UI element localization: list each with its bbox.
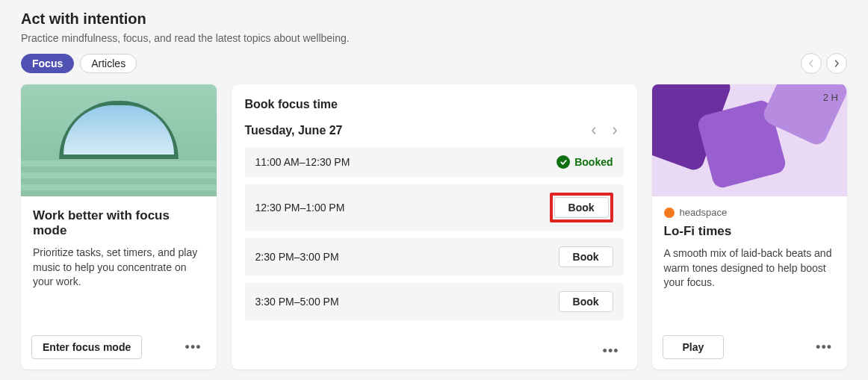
slot-time-label: 2:30 PM–3:00 PM	[255, 251, 339, 263]
time-slot: 12:30 PM–1:00 PM Book	[245, 184, 624, 231]
book-focus-card: Book focus time Tuesday, June 27 11:00 A…	[232, 84, 637, 370]
book-slot-button[interactable]: Book	[554, 197, 609, 218]
duration-badge: 2 H	[823, 92, 838, 103]
book-slot-button[interactable]: Book	[559, 246, 613, 267]
book-more-button[interactable]: •••	[598, 340, 624, 362]
book-card-title: Book focus time	[245, 98, 624, 111]
tab-focus[interactable]: Focus	[21, 54, 74, 73]
slot-time-label: 12:30 PM–1:00 PM	[255, 202, 345, 214]
lofi-hero-image: 2 H	[652, 84, 848, 196]
chevron-left-icon	[807, 59, 816, 68]
highlight-annotation: Book	[550, 193, 613, 222]
chevron-left-icon	[589, 126, 598, 135]
focus-more-button[interactable]: •••	[181, 337, 206, 358]
chevron-right-icon	[610, 126, 619, 135]
enter-focus-mode-button[interactable]: Enter focus mode	[31, 335, 142, 359]
date-prev-button[interactable]	[585, 122, 603, 140]
lofi-title: Lo-Fi times	[652, 218, 848, 239]
time-slot: 11:00 AM–12:30 PM Booked	[245, 147, 624, 177]
focus-mode-card: Work better with focus mode Prioritize t…	[21, 84, 217, 370]
page-subtitle: Practice mindfulness, focus, and read th…	[21, 32, 847, 44]
more-icon: •••	[816, 340, 832, 355]
time-slot: 2:30 PM–3:00 PM Book	[245, 238, 624, 275]
brand-name: headspace	[680, 207, 728, 218]
booked-badge: Booked	[557, 155, 613, 169]
more-icon: •••	[185, 340, 202, 355]
lofi-description: A smooth mix of laid-back beats and warm…	[652, 239, 848, 290]
book-date: Tuesday, June 27	[245, 124, 343, 137]
play-button[interactable]: Play	[663, 335, 725, 359]
time-slot: 3:30 PM–5:00 PM Book	[245, 283, 624, 320]
booked-label: Booked	[574, 156, 613, 168]
tabs: Focus Articles	[21, 54, 137, 73]
carousel-nav	[801, 53, 847, 74]
focus-card-title: Work better with focus mode	[33, 208, 205, 238]
slot-time-label: 11:00 AM–12:30 PM	[255, 156, 350, 168]
carousel-next-button[interactable]	[826, 53, 847, 74]
lofi-more-button[interactable]: •••	[811, 337, 837, 358]
book-slot-button[interactable]: Book	[559, 291, 613, 312]
lofi-card: 2 H headspace Lo-Fi times A smooth mix o…	[652, 84, 848, 370]
focus-hero-image	[21, 84, 217, 196]
slot-time-label: 3:30 PM–5:00 PM	[255, 296, 339, 308]
headspace-logo-icon	[664, 208, 675, 218]
brand-row: headspace	[652, 196, 848, 218]
check-circle-icon	[557, 155, 570, 169]
page-title: Act with intention	[21, 0, 847, 28]
more-icon: •••	[603, 343, 619, 358]
carousel-prev-button[interactable]	[801, 53, 822, 74]
tab-articles[interactable]: Articles	[80, 54, 137, 73]
date-next-button[interactable]	[606, 122, 624, 140]
chevron-right-icon	[832, 59, 841, 68]
focus-card-description: Prioritize tasks, set timers, and play m…	[33, 246, 205, 290]
